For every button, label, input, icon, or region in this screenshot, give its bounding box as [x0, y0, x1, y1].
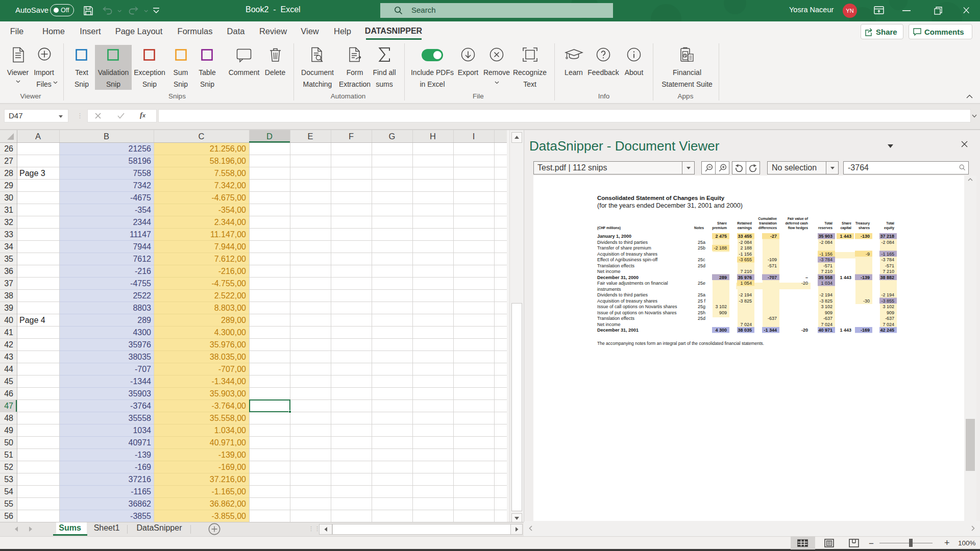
- svg-text:909: 909: [825, 310, 832, 315]
- svg-text:38: 38: [4, 291, 13, 300]
- svg-text:38.035,00: 38.035,00: [210, 353, 246, 361]
- svg-text:-4.675,00: -4.675,00: [211, 193, 246, 202]
- svg-text:equity: equity: [884, 226, 894, 230]
- svg-text:44: 44: [4, 365, 13, 373]
- svg-text:25c: 25c: [698, 257, 705, 262]
- svg-text:1 054: 1 054: [740, 281, 752, 286]
- svg-text:48: 48: [4, 414, 13, 422]
- svg-text:7.944,00: 7.944,00: [214, 242, 246, 251]
- svg-text:30: 30: [4, 193, 13, 202]
- svg-text:Translation effects: Translation effects: [597, 316, 635, 321]
- svg-text:3 102: 3 102: [883, 304, 894, 309]
- svg-text:-2 194: -2 194: [881, 292, 894, 297]
- svg-text:-3 784: -3 784: [881, 257, 894, 262]
- svg-text:41: 41: [4, 328, 13, 337]
- svg-text:-1.344,00: -1.344,00: [211, 377, 246, 386]
- svg-text:21256: 21256: [129, 144, 152, 153]
- svg-text:-354: -354: [135, 206, 151, 214]
- svg-text:7612: 7612: [133, 255, 151, 263]
- svg-text:37.216,00: 37.216,00: [210, 475, 246, 484]
- svg-text:-2 084: -2 084: [739, 240, 752, 245]
- svg-text:4.300,00: 4.300,00: [214, 328, 246, 337]
- svg-text:-3 784: -3 784: [819, 257, 832, 262]
- svg-text:289: 289: [137, 316, 151, 324]
- svg-text:21.256,00: 21.256,00: [210, 144, 246, 153]
- svg-text:36.862,00: 36.862,00: [210, 499, 246, 508]
- svg-text:-2 084: -2 084: [881, 240, 894, 245]
- svg-text:35976: 35976: [129, 340, 152, 349]
- svg-text:1.034,00: 1.034,00: [214, 426, 246, 435]
- svg-text:40971: 40971: [129, 438, 152, 447]
- svg-text:Dividends to third parties: Dividends to third parties: [597, 240, 648, 245]
- svg-text:2.344,00: 2.344,00: [214, 218, 246, 227]
- svg-text:Share: Share: [842, 221, 851, 225]
- svg-text:7 024: 7 024: [821, 322, 832, 327]
- svg-text:translation: translation: [759, 221, 777, 225]
- svg-text:25a: 25a: [698, 240, 705, 245]
- svg-text:28: 28: [4, 169, 13, 178]
- svg-text:34: 34: [4, 242, 13, 251]
- svg-text:Issue of put options on Novart: Issue of put options on Novartis shares: [597, 310, 677, 315]
- svg-text:-2 188: -2 188: [714, 245, 727, 251]
- svg-text:3 102: 3 102: [821, 304, 832, 309]
- svg-text:58.196,00: 58.196,00: [210, 157, 246, 165]
- svg-text:-169: -169: [861, 328, 870, 333]
- svg-text:Translation effects: Translation effects: [597, 263, 635, 268]
- svg-text:B: B: [104, 132, 109, 141]
- svg-text:40: 40: [4, 316, 13, 324]
- svg-text:7 210: 7 210: [883, 269, 894, 274]
- svg-text:2 188: 2 188: [740, 245, 752, 251]
- svg-text:27: 27: [4, 157, 13, 165]
- svg-text:43: 43: [4, 353, 13, 361]
- svg-text:7.612,00: 7.612,00: [214, 255, 246, 263]
- svg-text:-169: -169: [135, 463, 151, 471]
- svg-text:-637: -637: [768, 316, 777, 321]
- svg-text:35.976,00: 35.976,00: [210, 340, 246, 349]
- svg-text:8803: 8803: [133, 304, 151, 312]
- svg-text:49: 49: [4, 426, 13, 435]
- svg-text:909: 909: [887, 310, 894, 315]
- svg-text:25g: 25g: [698, 304, 705, 309]
- svg-text:25d: 25d: [698, 316, 705, 321]
- svg-text:7 024: 7 024: [883, 322, 894, 327]
- svg-text:Issue of call options on Novar: Issue of call options on Novartis shares: [597, 304, 677, 309]
- svg-text:2522: 2522: [133, 291, 151, 300]
- svg-text:-571: -571: [885, 263, 894, 268]
- svg-text:December 31, 2000: December 31, 2000: [597, 275, 639, 280]
- svg-text:Fair value adjustments on fina: Fair value adjustments on financial: [597, 281, 668, 286]
- svg-text:40.971,00: 40.971,00: [210, 438, 246, 447]
- svg-text:53: 53: [4, 475, 13, 484]
- svg-text:38 882: 38 882: [880, 275, 894, 280]
- svg-text:-109: -109: [768, 257, 777, 262]
- svg-text:-216: -216: [135, 267, 151, 276]
- svg-text:25e: 25e: [698, 281, 705, 286]
- svg-text:32: 32: [4, 218, 13, 227]
- svg-text:-3 855: -3 855: [881, 298, 894, 304]
- svg-text:premium: premium: [712, 226, 727, 230]
- svg-text:7.342,00: 7.342,00: [214, 181, 246, 190]
- svg-text:8.803,00: 8.803,00: [214, 304, 246, 312]
- svg-text:-1.165,00: -1.165,00: [211, 487, 246, 496]
- svg-text:Retained: Retained: [737, 221, 752, 225]
- svg-text:-707: -707: [768, 275, 777, 280]
- svg-text:December 31, 2001: December 31, 2001: [597, 328, 639, 333]
- svg-text:January 1, 2000: January 1, 2000: [597, 234, 631, 239]
- svg-text:51: 51: [4, 450, 13, 459]
- svg-text:-1 156: -1 156: [739, 252, 752, 257]
- svg-text:39: 39: [4, 304, 13, 312]
- svg-text:Page 4: Page 4: [19, 316, 45, 324]
- svg-text:36: 36: [4, 267, 13, 276]
- svg-text:2.522,00: 2.522,00: [214, 291, 246, 300]
- svg-text:56: 56: [4, 512, 13, 520]
- svg-text:-1 344: -1 344: [764, 328, 777, 333]
- svg-text:35.558,00: 35.558,00: [210, 414, 246, 422]
- svg-text:35: 35: [4, 255, 13, 263]
- svg-text:35 903: 35 903: [818, 234, 832, 239]
- svg-text:36862: 36862: [129, 499, 152, 508]
- svg-text:25d: 25d: [698, 263, 705, 268]
- svg-text:H: H: [430, 132, 436, 141]
- svg-text:–: –: [805, 275, 808, 280]
- svg-text:Effect of Agribusiness spin-of: Effect of Agribusiness spin-off: [597, 257, 658, 262]
- svg-text:Share: Share: [717, 221, 727, 225]
- svg-text:7.558,00: 7.558,00: [214, 169, 246, 178]
